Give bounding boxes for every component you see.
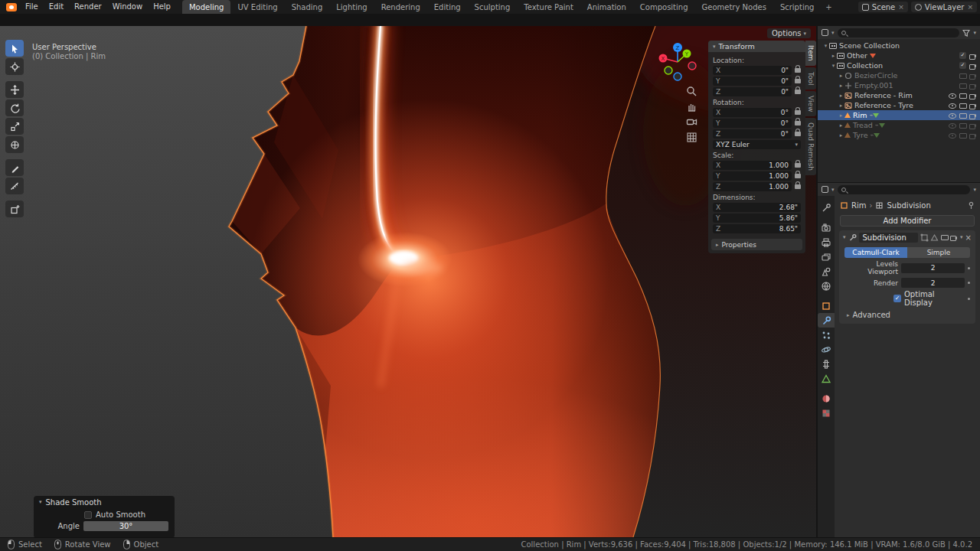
- edit-mode-toggle-icon[interactable]: [920, 233, 929, 242]
- rotation-z-field[interactable]: Z0°: [713, 129, 792, 139]
- hide-icon[interactable]: [948, 101, 956, 109]
- viewport-visibility-icon[interactable]: [959, 102, 966, 109]
- pan-hand-icon[interactable]: [686, 101, 697, 112]
- workspace-tab-rendering[interactable]: Rendering: [374, 0, 427, 14]
- properties-panel-collapsed[interactable]: ▸ Properties: [711, 239, 802, 250]
- optimal-display-checkbox[interactable]: ✓: [893, 295, 901, 302]
- dimensions-z-field[interactable]: Z8.65": [713, 224, 801, 233]
- delete-modifier-icon[interactable]: ×: [965, 233, 972, 242]
- viewlayer-unlink-icon[interactable]: ×: [967, 3, 973, 11]
- blender-logo-icon[interactable]: [6, 3, 17, 11]
- viewport-visibility-icon[interactable]: [959, 132, 966, 139]
- animate-dot-icon[interactable]: [968, 282, 970, 284]
- disclosure-icon[interactable]: ▸: [838, 73, 844, 79]
- properties-search-input[interactable]: [838, 185, 971, 194]
- outliner-row-reference-tyre[interactable]: ▸ Reference - Tyre: [818, 100, 980, 110]
- viewport-visibility-icon[interactable]: [959, 122, 966, 129]
- workspace-tab-lighting[interactable]: Lighting: [329, 0, 374, 14]
- disclosure-icon[interactable]: ▾: [822, 43, 829, 49]
- auto-smooth-checkbox[interactable]: [84, 511, 92, 519]
- dimensions-y-field[interactable]: Y5.86": [713, 214, 801, 223]
- workspace-tab-geometry-nodes[interactable]: Geometry Nodes: [695, 0, 773, 14]
- workspace-tab-shading[interactable]: Shading: [285, 0, 330, 14]
- lock-icon[interactable]: [795, 184, 801, 189]
- tool-measure[interactable]: [5, 178, 24, 194]
- lock-icon[interactable]: [795, 121, 801, 126]
- angle-field[interactable]: 30°: [83, 521, 168, 531]
- viewport-visibility-icon[interactable]: [959, 82, 966, 90]
- tab-constraints[interactable]: [818, 357, 835, 371]
- tab-view-layer[interactable]: [818, 249, 835, 264]
- tab-world[interactable]: [818, 279, 835, 293]
- camera-visibility-icon[interactable]: [969, 122, 977, 129]
- lock-icon[interactable]: [795, 68, 801, 73]
- disclosure-icon[interactable]: ▸: [838, 132, 844, 139]
- transform-panel-header[interactable]: ▾ Transform: [708, 41, 805, 52]
- menu-render[interactable]: Render: [69, 0, 107, 14]
- viewlayer-selector[interactable]: ViewLayer ×: [911, 2, 977, 12]
- advanced-section-collapsed[interactable]: ▸ Advanced: [847, 311, 968, 319]
- lock-icon[interactable]: [795, 163, 801, 168]
- sidebar-tab-view[interactable]: View: [805, 91, 816, 116]
- scale-z-field[interactable]: Z1.000: [713, 182, 792, 191]
- lock-icon[interactable]: [795, 132, 801, 136]
- checkbox-icon[interactable]: ✓: [959, 52, 966, 59]
- disclosure-icon[interactable]: ▸: [838, 83, 844, 89]
- lock-icon[interactable]: [795, 174, 801, 178]
- outliner-search-input[interactable]: [838, 28, 960, 37]
- outliner-row-tread[interactable]: ▸ Tread ⌁: [818, 120, 980, 130]
- lock-icon[interactable]: [795, 79, 801, 83]
- workspace-tab-animation[interactable]: Animation: [580, 0, 633, 14]
- hide-icon[interactable]: [948, 91, 956, 99]
- tab-scene[interactable]: [818, 264, 835, 279]
- breadcrumb-object[interactable]: Rim: [851, 201, 866, 210]
- workspace-tab-scripting[interactable]: Scripting: [773, 0, 821, 14]
- render-toggle-icon[interactable]: [949, 233, 958, 241]
- editor-divider-vertical[interactable]: [816, 14, 818, 537]
- lock-icon[interactable]: [795, 110, 801, 115]
- workspace-tab-editing[interactable]: Editing: [427, 0, 468, 14]
- tab-render[interactable]: [818, 220, 835, 235]
- disclosure-icon[interactable]: ▾: [830, 63, 837, 69]
- tool-move[interactable]: [5, 81, 24, 98]
- simple-button[interactable]: Simple: [907, 247, 970, 258]
- tab-tool[interactable]: [818, 201, 835, 215]
- properties-editor-icon[interactable]: [822, 186, 828, 193]
- extras-dropdown-icon[interactable]: ▾: [960, 234, 963, 240]
- add-modifier-button[interactable]: Add Modifier: [840, 215, 975, 227]
- cage-toggle-icon[interactable]: [930, 233, 939, 242]
- hide-icon[interactable]: [948, 131, 956, 139]
- menu-edit[interactable]: Edit: [44, 0, 69, 14]
- checkbox-icon[interactable]: ✓: [959, 62, 966, 69]
- dimensions-x-field[interactable]: X2.68": [713, 203, 801, 212]
- options-dropdown[interactable]: Options ▾: [767, 28, 811, 38]
- sidebar-tab-tool[interactable]: Tool: [805, 67, 816, 90]
- tool-cursor[interactable]: [5, 58, 24, 75]
- camera-visibility-icon[interactable]: [969, 102, 977, 109]
- outliner-row-tyre[interactable]: ▸ Tyre ⌁: [818, 130, 980, 140]
- sidebar-tab-item[interactable]: Item: [805, 41, 816, 66]
- tab-modifiers-active[interactable]: [818, 313, 835, 328]
- animate-dot-icon[interactable]: [968, 267, 970, 269]
- rotation-y-field[interactable]: Y0°: [713, 119, 792, 128]
- perspective-toggle-icon[interactable]: [686, 132, 697, 143]
- location-y-field[interactable]: Y0": [713, 77, 792, 86]
- modifier-panel-header[interactable]: ▾ Subdivision ▾ ×: [839, 230, 975, 244]
- tab-physics[interactable]: [818, 342, 835, 357]
- operator-panel-header[interactable]: ▾ Shade Smooth: [34, 496, 175, 508]
- location-z-field[interactable]: Z0": [713, 87, 792, 96]
- menu-file[interactable]: File: [20, 0, 44, 14]
- tool-add-primitive[interactable]: [5, 201, 24, 217]
- scene-unlink-icon[interactable]: ×: [898, 3, 904, 11]
- breadcrumb-modifier[interactable]: Subdivision: [887, 201, 930, 210]
- tool-scale[interactable]: [5, 118, 24, 135]
- rotation-x-field[interactable]: X0°: [713, 108, 792, 117]
- workspace-tab-modeling[interactable]: Modeling: [182, 0, 231, 14]
- disclosure-icon[interactable]: ▸: [838, 93, 844, 99]
- location-x-field[interactable]: X0": [713, 66, 792, 75]
- camera-visibility-icon[interactable]: [969, 112, 977, 119]
- viewport-visibility-icon[interactable]: [959, 112, 966, 119]
- tab-material[interactable]: [818, 391, 835, 406]
- lock-icon[interactable]: [795, 90, 801, 94]
- tab-output[interactable]: [818, 235, 835, 249]
